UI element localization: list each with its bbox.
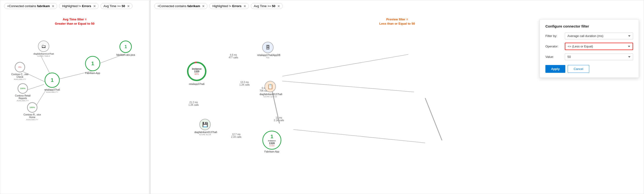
edge-label-2: 13.3 ms1.2K calls xyxy=(240,81,250,86)
tag-prefix: +Connected contains fabrikam xyxy=(7,4,50,8)
svg-line-11 xyxy=(294,130,425,143)
node-contoso-customer[interactable]: 8% Contoso C...mer Check AVAILABILITY xyxy=(9,62,30,80)
tag-prefix: +Connected contains fabrikam xyxy=(158,4,200,8)
left-tag-errors[interactable]: Highlighted != Errors ✕ xyxy=(59,3,98,9)
svg-line-7 xyxy=(282,81,414,92)
tag-prefix: Highlighted != Errors xyxy=(212,4,242,8)
configure-title: Configure connector filter xyxy=(546,24,633,28)
node-fabrikam-aks[interactable]: 1 fabrikam-aks-java xyxy=(116,40,135,56)
left-tag-fabrikam[interactable]: +Connected contains fabrikam ✕ xyxy=(4,3,57,9)
node-azure-queue[interactable]: 📋 diagfabrikam0137ha6 AZURE QUEUE xyxy=(260,81,281,98)
tag-prefix: Highlighted != Errors xyxy=(62,4,91,8)
edge-label-6: 12.7 ms2.1K calls xyxy=(231,133,241,138)
node-sql-db[interactable]: 🗄 retailapp37ha6AppDB SQL xyxy=(257,42,278,58)
left-panel: +Connected contains fabrikam ✕ Highlight… xyxy=(0,0,149,194)
close-icon[interactable]: ✕ xyxy=(52,4,54,8)
node-fabrikam-app-right[interactable]: 1 instance 1320 ●1320 Fabrikam-App xyxy=(262,131,281,153)
tag-prefix: Avg Time >= 50 xyxy=(104,4,125,8)
right-tag-fabrikam[interactable]: +Connected contains fabrikam ✕ xyxy=(154,3,208,9)
edge-label-4: 11 ms2.1K calls xyxy=(274,116,284,122)
node-contoso-retail[interactable]: 100% Contoso Retail Reports AVAILABILITY xyxy=(12,83,34,102)
apply-button[interactable]: Apply xyxy=(546,65,565,73)
svg-line-9 xyxy=(425,98,442,140)
svg-line-6 xyxy=(282,54,408,76)
close-icon[interactable]: ✕ xyxy=(277,4,280,8)
left-filter-bar: +Connected contains fabrikam ✕ Highlight… xyxy=(0,0,149,12)
right-tag-avgtime[interactable]: Avg Time >= 50 ✕ xyxy=(251,3,283,9)
operator-label: Operator: xyxy=(546,44,562,48)
node-fabrikam-app-left[interactable]: 1 Fabrikam-App xyxy=(85,56,100,74)
filter-by-row: Filter by: Average call duration (ms) xyxy=(546,32,633,39)
node-instance1320[interactable]: instance 1320 ●3% retailapp37ha6 xyxy=(186,61,208,86)
left-graph: 🗂 diagfabrikam0137ha6 AZURE TABLE 8% Con… xyxy=(0,17,149,194)
configure-panel: Configure connector filter Filter by: Av… xyxy=(540,19,639,78)
filter-by-label: Filter by: xyxy=(546,34,562,38)
node-azure-blob[interactable]: 💾 diagfabrikam0137ha6 AZURE BLOB xyxy=(194,119,216,136)
value-label: Value: xyxy=(546,55,562,58)
node-contoso-service[interactable]: 100% Contoso R...vice Home AVAILABILITY xyxy=(22,102,43,121)
node-diagfabrikam-table[interactable]: 🗂 diagfabrikam0137ha6 AZURE TABLE xyxy=(34,40,54,57)
tag-prefix: Avg Time >= 50 xyxy=(254,4,276,8)
azure-table-icon: 🗂 xyxy=(38,40,49,52)
node-retailapp-left[interactable]: 1 retailapp37ha6 AVAILABILITY xyxy=(44,72,60,93)
close-icon[interactable]: ✕ xyxy=(202,4,205,8)
edge-label-1: 4.6 ms477 calls xyxy=(229,54,238,59)
close-icon[interactable]: ✕ xyxy=(244,4,246,8)
instance-label: instance 1320 xyxy=(192,68,202,73)
close-icon[interactable]: ✕ xyxy=(127,4,130,8)
left-tag-avgtime[interactable]: Avg Time >= 50 ✕ xyxy=(100,3,132,9)
instance-pct: ●3% xyxy=(192,73,202,75)
operator-row: Operator: <= (Less or Equal) xyxy=(546,43,633,50)
right-filter-bar: +Connected contains fabrikam ✕ Highlight… xyxy=(150,0,644,12)
cancel-button[interactable]: Cancel xyxy=(568,65,589,73)
edge-label-3: 21.2 ms1.2K calls xyxy=(188,101,199,106)
configure-actions: Apply Cancel xyxy=(546,65,633,73)
right-tag-errors[interactable]: Highlighted != Errors ✕ xyxy=(209,3,249,9)
value-select[interactable]: 50 xyxy=(565,53,633,60)
close-icon[interactable]: ✕ xyxy=(93,4,96,8)
value-row: Value: 50 xyxy=(546,53,633,60)
filter-by-select[interactable]: Average call duration (ms) xyxy=(565,32,633,39)
operator-select[interactable]: <= (Less or Equal) xyxy=(565,43,633,50)
right-panel: +Connected contains fabrikam ✕ Highlight… xyxy=(150,0,644,194)
